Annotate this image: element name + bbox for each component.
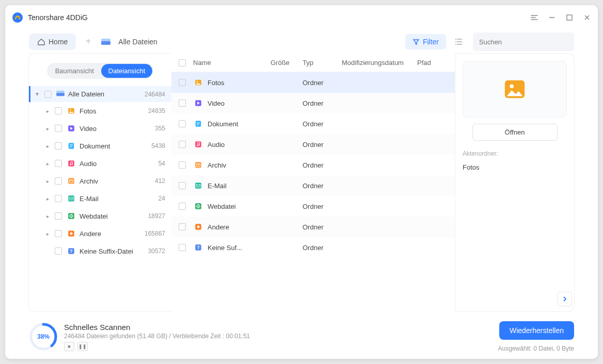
stop-scan-button[interactable]: ■ (64, 342, 74, 351)
caret-right-icon[interactable]: ▸ (44, 213, 51, 219)
row-checkbox[interactable] (179, 120, 186, 127)
search-input[interactable] (479, 38, 566, 46)
tree-item[interactable]: ▸ Video 355 (29, 120, 171, 137)
row-checkbox[interactable] (179, 244, 186, 251)
nav-up-icon[interactable] (80, 34, 97, 50)
menu-icon[interactable] (530, 13, 539, 22)
progress-ring: 38% (29, 322, 58, 351)
filter-button[interactable]: Filter (405, 34, 446, 49)
svg-point-27 (197, 81, 198, 82)
checkbox[interactable] (55, 177, 62, 185)
pause-scan-button[interactable]: ❚❚ (77, 342, 88, 351)
table-row[interactable]: E-Mail Ordner (171, 175, 455, 196)
table-row[interactable]: Audio Ordner (171, 134, 455, 155)
col-name[interactable]: Name (193, 59, 271, 67)
checkbox[interactable] (55, 212, 62, 220)
home-icon (37, 38, 45, 46)
svg-point-31 (197, 145, 198, 146)
tree-item[interactable]: ? Keine Suffix-Datei 30572 (29, 242, 171, 260)
cell-name: Keine Suf... (208, 244, 271, 252)
open-button[interactable]: Öffnen (472, 124, 558, 141)
table-row[interactable]: Dokument Ordner (171, 113, 455, 134)
svg-point-4 (455, 39, 456, 40)
row-checkbox[interactable] (179, 161, 186, 169)
checkbox[interactable] (55, 247, 62, 255)
cell-type: Ordner (303, 79, 342, 87)
list-view-toggle[interactable] (450, 32, 469, 51)
table-row[interactable]: Webdatei Ordner (171, 196, 455, 217)
checkbox[interactable] (55, 230, 62, 237)
tree-root[interactable]: ▼ Alle Dateien 246484 (29, 86, 171, 102)
svg-text:?: ? (197, 245, 200, 250)
caret-right-icon[interactable]: ▸ (44, 108, 51, 114)
tree-item[interactable]: ▸ Fotos 24835 (29, 102, 171, 120)
tree-item[interactable]: ▸ Dokument 5438 (29, 137, 171, 155)
caret-right-icon[interactable]: ▸ (44, 143, 51, 149)
tree-item[interactable]: ▸ Webdatei 18927 (29, 207, 171, 225)
list-icon (455, 37, 464, 46)
tree-item[interactable]: ▸ Andere 165867 (29, 225, 171, 242)
close-icon[interactable] (582, 13, 592, 22)
maximize-icon[interactable] (565, 13, 574, 22)
checkbox[interactable] (55, 195, 62, 202)
checkbox[interactable] (44, 91, 52, 98)
caret-right-icon[interactable]: ▸ (44, 196, 51, 202)
filter-label: Filter (423, 38, 439, 46)
tree-root-count: 246484 (145, 91, 165, 98)
col-type[interactable]: Typ (303, 59, 342, 67)
star-icon (66, 228, 76, 239)
tree-item-label: Video (80, 125, 155, 133)
main-area: Baumansicht Dateiansicht ▼ Alle Dateien … (5, 54, 598, 318)
star-icon (193, 222, 203, 232)
home-label: Home (49, 38, 68, 46)
minimize-icon[interactable] (547, 13, 557, 22)
recover-button[interactable]: Wiederherstellen (499, 321, 574, 340)
row-checkbox[interactable] (179, 100, 186, 107)
table-row[interactable]: Fotos Ordner (171, 72, 455, 93)
row-checkbox[interactable] (179, 203, 186, 210)
breadcrumb[interactable]: Alle Dateien (118, 38, 157, 46)
tab-file-view[interactable]: Dateiansicht (101, 64, 153, 78)
svg-point-32 (199, 144, 200, 145)
checkbox[interactable] (55, 160, 62, 167)
col-size[interactable]: Größe (271, 59, 303, 67)
checkbox[interactable] (55, 125, 62, 132)
col-date[interactable]: Modifizierungsdatum (342, 59, 417, 67)
col-path[interactable]: Pfad (417, 59, 448, 67)
caret-down-icon[interactable]: ▼ (34, 91, 40, 97)
tree-item[interactable]: ▸ E-Mail 24 (29, 190, 171, 207)
row-checkbox[interactable] (179, 223, 186, 230)
cell-name: E-Mail (208, 182, 271, 190)
table-row[interactable]: ? Keine Suf... Ordner (171, 237, 455, 258)
row-checkbox[interactable] (179, 141, 186, 148)
checkbox[interactable] (55, 107, 62, 114)
checkbox[interactable] (55, 142, 62, 150)
file-table: Name Größe Typ Modifizierungsdatum Pfad … (171, 54, 455, 311)
svg-rect-17 (68, 178, 74, 184)
tree-item[interactable]: ▸ Audio 54 (29, 155, 171, 172)
tree-item-label: Audio (80, 160, 158, 168)
caret-right-icon[interactable]: ▸ (44, 161, 51, 167)
table-row[interactable]: Andere Ordner (171, 217, 455, 237)
play-icon (66, 123, 76, 134)
tree-item-label: Dokument (80, 142, 151, 150)
cell-type: Ordner (303, 161, 342, 169)
caret-right-icon[interactable]: ▸ (44, 126, 51, 131)
row-checkbox[interactable] (179, 79, 186, 86)
table-row[interactable]: Archiv Ordner (171, 155, 455, 175)
row-checkbox[interactable] (179, 182, 186, 189)
expand-panel-button[interactable] (558, 292, 572, 306)
tree-item-count: 24 (158, 195, 165, 202)
music-icon (193, 139, 203, 150)
caret-right-icon[interactable]: ▸ (44, 178, 51, 184)
cell-type: Ordner (303, 244, 342, 252)
tab-tree-view[interactable]: Baumansicht (48, 64, 101, 78)
table-row[interactable]: Video Ordner (171, 93, 455, 113)
select-all-checkbox[interactable] (179, 59, 186, 67)
window-controls (530, 13, 592, 22)
home-button[interactable]: Home (29, 34, 76, 50)
search-box[interactable] (473, 32, 574, 51)
svg-rect-9 (56, 93, 65, 96)
tree-item[interactable]: ▸ Archiv 412 (29, 172, 171, 190)
caret-right-icon[interactable]: ▸ (44, 231, 51, 237)
